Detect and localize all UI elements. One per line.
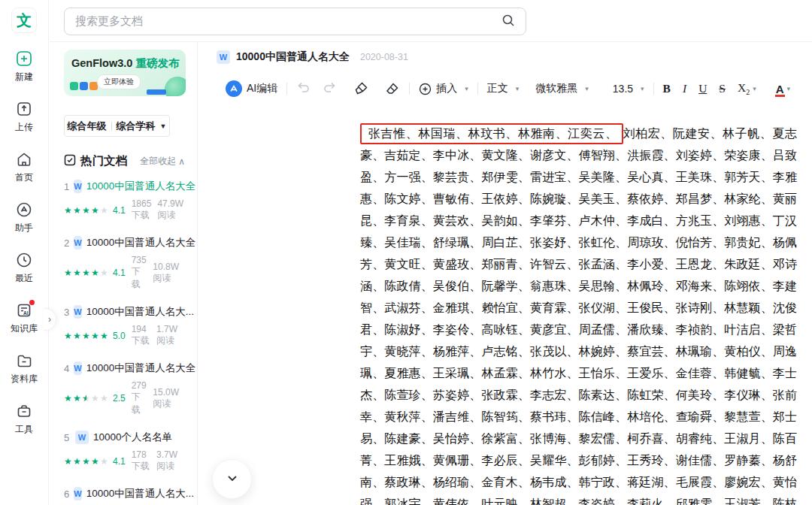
read-count: 47.9W阅读 (157, 198, 183, 222)
rail-item-knowledge[interactable]: AI 知识库 (11, 301, 38, 335)
banner-cta-button[interactable]: 立即体验 (97, 74, 141, 89)
doc-list-item[interactable]: 4 W 10000中国普通人名大全 ★★★★★★ 2.5 279下载 15.0W… (64, 361, 185, 416)
star-icon: ★ (73, 393, 82, 404)
underline-button[interactable]: U (698, 82, 707, 95)
search-icon[interactable] (501, 14, 515, 30)
filter-caret-icon: ▼ (160, 122, 167, 130)
star-icon: ★ (82, 456, 91, 467)
top-bar: 搜索更多文档 (50, 0, 812, 42)
chevron-down-icon (225, 470, 240, 488)
download-count: 279下载 (132, 380, 147, 416)
doc-title[interactable]: 10000中国普通人名大全 (86, 361, 196, 375)
app-logo[interactable]: 文 (11, 8, 37, 33)
collapse-all-button[interactable]: 全部收起 ∧ (140, 155, 185, 168)
app-mini-icons (70, 82, 98, 90)
star-icon: ★ (91, 205, 100, 216)
notification-dot (29, 300, 35, 305)
chevron-up-icon: ∧ (178, 156, 185, 167)
italic-button[interactable]: I (683, 82, 686, 95)
caret-down-icon: ▾ (585, 85, 589, 92)
text-line: 珮、夏雅惠、王采珮、林孟霖、林竹水、王怡乐、王爱乐、金佳蓉、韩健毓、李士 (360, 362, 797, 384)
document-text[interactable]: 张吉惟、林国瑞、林玟书、林雅南、江奕云、刘柏宏、阮建安、林子帆、夏志豪、吉茹定、… (360, 122, 797, 505)
home-icon (15, 150, 33, 168)
rail-item-new[interactable]: 新建 (15, 50, 33, 83)
read-count: 10.8W阅读 (153, 262, 179, 285)
rail-item-tools[interactable]: 工具 (15, 402, 33, 436)
doc-rank: 2 (64, 237, 69, 249)
doc-title[interactable]: 10000中国普通人名大... (86, 305, 194, 319)
caret-down-icon: ▾ (753, 85, 756, 92)
star-icon: ★ (64, 268, 73, 278)
subscript-button[interactable]: X2 (738, 81, 750, 96)
text-line: 臻、吴佳瑞、舒绿珮、周白芷、张姿妤、张虹伦、周琼玫、倪怡芳、郭贵妃、杨佩 (360, 231, 797, 253)
star-icon: ★ (73, 268, 82, 278)
bold-button[interactable]: B (663, 82, 671, 95)
filter-divider (111, 122, 112, 131)
doc-title[interactable]: 10000中国普通人名大全 (86, 236, 196, 249)
genflow-banner[interactable]: GenFlow3.0 重磅发布 立即体验 (64, 50, 186, 96)
highlight-red-box: 张吉惟、林国瑞、林玟书、林雅南、江奕云、 (360, 123, 623, 144)
star-icon: ★ (64, 205, 73, 216)
strikethrough-button[interactable]: S (719, 82, 726, 95)
format-painter-icon[interactable] (353, 81, 368, 96)
rating-stars: ★★★★★ (64, 456, 109, 467)
ai-edit-button[interactable]: AI编辑 (226, 80, 277, 97)
text-line: 南、蔡政琳、杨绍瑜、金育木、杨韦成、韩宁政、蒋廷湖、毛展霞、廖婉宏、黄怡 (360, 471, 797, 493)
rail-item-upload[interactable]: 上传 (15, 100, 33, 134)
checklist-icon (64, 154, 76, 169)
search-input[interactable]: 搜索更多文档 (64, 8, 526, 35)
rating-value: 4.1 (113, 456, 126, 467)
font-family-select[interactable]: 微软雅黑 ▾ (535, 82, 589, 95)
folder-icon (15, 352, 33, 370)
document-date: 2020-08-31 (360, 52, 408, 62)
collapse-panel-button[interactable] (212, 459, 252, 499)
star-icon: ★ (100, 205, 109, 216)
docs-panel: GenFlow3.0 重磅发布 立即体验 综合年级 综合学科 ▼ 热门文档 全部… (50, 42, 198, 505)
font-size-select[interactable]: 13.5 ▾ (613, 83, 644, 95)
text-line: 昆、李育泉、黄芸欢、吴韵如、李肇芬、卢木仲、李成白、方兆玉、刘翊惠、丁汉 (360, 210, 797, 231)
doc-list-item[interactable]: 3 W 10000中国普通人名大... ★★★★★ 5.0 194下载 1.7W… (64, 305, 185, 347)
caret-down-icon: ▾ (516, 85, 520, 92)
star-icon: ★ (73, 456, 82, 467)
text-line: 杰、陈萱珍、苏姿婷、张政霖、李志宏、陈素达、陈虹荣、何美玲、李仪琳、张前 (360, 384, 797, 406)
doc-title[interactable]: 10000个人名名单 (93, 431, 172, 444)
grade-subject-filter[interactable]: 综合年级 综合学科 ▼ (64, 115, 170, 137)
rail-item-recent[interactable]: 最近 (15, 251, 33, 285)
star-icon: ★ (100, 456, 109, 467)
rail-item-home[interactable]: 首页 (15, 150, 33, 184)
paragraph-style-select[interactable]: 正文 ▾ (487, 82, 520, 95)
caret-down-icon: ▾ (641, 85, 644, 92)
hot-docs-header: 热门文档 全部收起 ∧ (64, 153, 185, 169)
ai-edit-icon (226, 80, 242, 97)
doc-rank: 4 (64, 363, 69, 374)
text-line: 盈、方一强、黎芸贵、郑伊雯、雷进宝、吴美隆、吴心真、王美珠、郭芳天、李雅 (360, 166, 797, 188)
doc-list-item[interactable]: 6 W 10000中国普通人名大... ★★★★★ 5.0 1下载 732阅读 (64, 487, 185, 505)
star-icon: ★ (91, 456, 100, 467)
font-color-button[interactable]: A (776, 83, 784, 95)
doc-rank: 3 (64, 307, 69, 318)
download-count: 1865下载 (132, 198, 152, 222)
doc-title[interactable]: 10000中国普通人名大全 (86, 180, 196, 193)
redo-icon[interactable] (323, 80, 337, 98)
app-window: 文 新建 上传 首页 助手 (0, 0, 812, 505)
undo-icon[interactable] (296, 80, 311, 98)
doc-list-item[interactable]: 1 W 10000中国普通人名大全 ★★★★★ 4.1 1865下载 47.9W… (64, 180, 185, 222)
text-line: 惠、陈文婷、曹敏侑、王依婷、陈婉璇、吴美玉、蔡依婷、郑昌梦、林家纶、黄丽 (360, 188, 797, 210)
rail-item-assistant[interactable]: 助手 (15, 201, 33, 234)
doc-list-item[interactable]: 5 W 10000个人名名单 ★★★★★ 4.1 178下载 3.7W阅读 (64, 431, 185, 473)
text-line: 智、武淑芬、金雅琪、赖怡宜、黄育霖、张仪湖、王俊民、张诗刚、林慧颖、沈俊 (360, 297, 797, 319)
doc-list-item[interactable]: 2 W 10000中国普通人名大全 ★★★★★ 4.1 735下载 10.8W阅… (64, 236, 185, 291)
rating-stars: ★★★★★ (64, 331, 109, 341)
toolbox-icon (15, 402, 33, 420)
clock-icon (15, 251, 33, 269)
insert-button[interactable]: 插入 ▾ (419, 82, 468, 95)
search-placeholder: 搜索更多文档 (75, 14, 501, 29)
doc-title[interactable]: 10000中国普通人名大... (86, 487, 194, 500)
text-line: 菁、王雅娥、黄佩珊、李必辰、吴耀华、彭郁婷、王秀玲、谢佳儒、罗静蓁、杨舒 (360, 449, 797, 471)
eraser-icon[interactable] (385, 81, 400, 96)
banner-laptop-shape (147, 89, 166, 95)
word-doc-icon: W (74, 487, 81, 500)
download-count: 735下载 (132, 255, 147, 291)
ai-library-icon: AI (15, 301, 33, 319)
rail-item-materials[interactable]: 资料库 (11, 352, 38, 386)
